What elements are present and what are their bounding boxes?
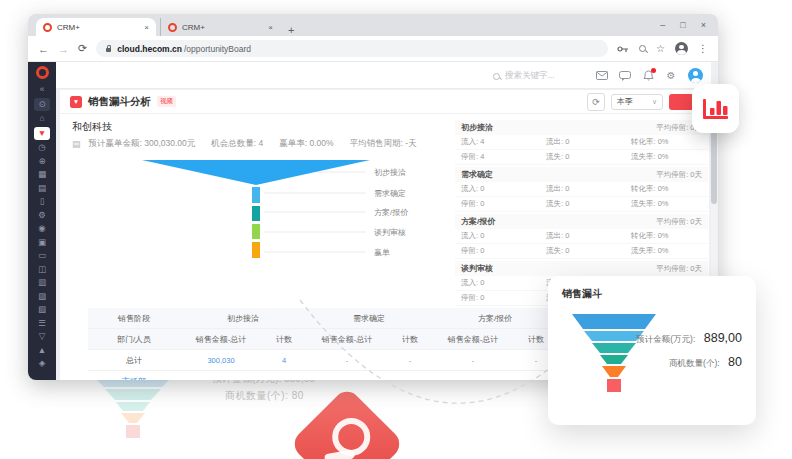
sidebar-item-collapse-icon[interactable]: « bbox=[34, 84, 50, 95]
browser-tab-active[interactable]: CRM+ × bbox=[36, 18, 156, 36]
row-value: - bbox=[432, 371, 514, 381]
sub-column-header: 计数 bbox=[262, 329, 306, 350]
window-minimize-button[interactable]: – bbox=[660, 20, 665, 30]
sidebar-item-calendar-icon[interactable]: ▦ bbox=[34, 169, 50, 180]
background-faded-funnel bbox=[88, 373, 178, 439]
stage-metric: 流出: 0 bbox=[546, 184, 631, 194]
mail-icon[interactable] bbox=[596, 70, 608, 82]
stage-name: 方案/报价 bbox=[461, 216, 495, 227]
page-header: ▼ 销售漏斗分析 视频 ⟳ 本季 ∨ bbox=[60, 90, 709, 114]
count-label: 商机数量(个): bbox=[669, 358, 720, 368]
callout-amount-line: 预计金额(万元): 889,00 bbox=[636, 328, 742, 346]
stage-metric: 流失率: 0% bbox=[631, 199, 716, 209]
bar-chart-icon bbox=[702, 98, 729, 120]
row-name[interactable]: 市场部 bbox=[88, 371, 180, 381]
refresh-button[interactable]: ⟳ bbox=[78, 42, 87, 55]
callout-title: 销售漏斗 bbox=[562, 287, 602, 301]
row-value[interactable]: 4 bbox=[262, 350, 306, 371]
browser-profile-avatar[interactable] bbox=[675, 42, 688, 55]
url-domain: cloud.hecom.cn bbox=[117, 44, 182, 54]
stage-metric: 转化率: 0% bbox=[631, 231, 716, 241]
key-icon[interactable] bbox=[617, 44, 629, 54]
url-path: /opportunityBoard bbox=[184, 44, 251, 54]
stage-stats-section: 需求确定 平均停留: 0天 流入: 0 流出: 0 转化率: 0% 停留: 0 … bbox=[455, 167, 708, 212]
sidebar-item-search-icon[interactable]: ⊙ bbox=[34, 98, 50, 111]
sidebar-item-target-icon[interactable]: ◉ bbox=[34, 223, 50, 234]
chevron-down-icon: ∨ bbox=[652, 98, 657, 106]
sidebar-item-folder-icon[interactable]: ▧ bbox=[34, 304, 50, 315]
sidebar-item-messages-icon[interactable]: ▭ bbox=[34, 250, 50, 261]
address-bar: ← → ⟳ cloud.hecom.cn /opportunityBoard ☆… bbox=[28, 36, 718, 62]
forward-button[interactable]: → bbox=[58, 43, 69, 55]
stage-metric: 流失率: 0% bbox=[631, 152, 716, 162]
sidebar-item-globe-icon[interactable]: ⊕ bbox=[34, 156, 50, 167]
sidebar-item-funnel-analysis-icon[interactable]: ▼ bbox=[34, 127, 50, 140]
sidebar-item-layers-icon[interactable]: ☰ bbox=[34, 318, 50, 329]
bell-icon[interactable] bbox=[642, 70, 654, 82]
marketing-canvas: 预计金额(万元): 889,00 商机数量(个): 80 CRM+ × CRM+… bbox=[0, 0, 792, 459]
refresh-data-button[interactable]: ⟳ bbox=[587, 93, 605, 111]
period-select[interactable]: 本季 ∨ bbox=[611, 94, 663, 110]
chat-icon[interactable] bbox=[619, 70, 631, 82]
stage-group-header: 方案/报价 bbox=[432, 308, 558, 329]
sidebar-item-reports-icon[interactable]: ▣ bbox=[34, 237, 50, 248]
sub-column-header: 计数 bbox=[388, 329, 432, 350]
sidebar-item-products-icon[interactable]: ▤ bbox=[34, 183, 50, 194]
stage-metric: 转化率: 0% bbox=[631, 184, 716, 194]
sidebar-item-database-icon[interactable]: ◈ bbox=[34, 358, 50, 369]
background-count-text: 商机数量(个): 80 bbox=[225, 389, 304, 403]
bookmark-star-icon[interactable]: ☆ bbox=[656, 43, 665, 54]
search-input[interactable]: 搜索关键字... bbox=[493, 70, 555, 82]
callout-count-line: 商机数量(个): 80 bbox=[636, 352, 742, 370]
window-close-button[interactable]: × bbox=[701, 20, 706, 30]
url-field[interactable]: cloud.hecom.cn /opportunityBoard bbox=[96, 40, 608, 57]
tab-title: CRM+ bbox=[182, 23, 263, 32]
column-header-dept: 部门/人员 bbox=[88, 329, 180, 350]
app-sidebar: «⊙⌂▼◷⊕▦▤▯⚙◉▣▭◫▥▨▧☰▽▲◈ bbox=[28, 62, 56, 380]
sidebar-item-briefcase-icon[interactable]: ▨ bbox=[34, 291, 50, 302]
browser-menu-icon[interactable]: ⋮ bbox=[698, 43, 708, 54]
funnel-stage-label: 初步接洽 bbox=[374, 167, 406, 178]
stage-avg-stay: 平均停留: 0天 bbox=[656, 217, 702, 227]
stage-avg-stay: 平均停留: 0天 bbox=[656, 170, 702, 180]
tab-favicon bbox=[43, 23, 52, 32]
row-value: - bbox=[306, 371, 388, 381]
row-value[interactable]: 300,030 bbox=[180, 350, 262, 371]
sidebar-item-monitor-icon[interactable]: ◫ bbox=[34, 264, 50, 275]
sidebar-item-upload-icon[interactable]: ▲ bbox=[34, 345, 50, 356]
stage-name: 谈判审核 bbox=[461, 263, 493, 274]
title-badge: 视频 bbox=[157, 96, 176, 107]
sidebar-item-history-icon[interactable]: ◷ bbox=[34, 142, 50, 153]
sidebar-item-filter-icon[interactable]: ▽ bbox=[34, 331, 50, 342]
stage-group-header: 需求确定 bbox=[306, 308, 432, 329]
sidebar-item-home-icon[interactable]: ⌂ bbox=[34, 113, 50, 124]
tab-close-icon[interactable]: × bbox=[144, 23, 149, 32]
sidebar-item-documents-icon[interactable]: ▯ bbox=[34, 196, 50, 207]
stage-group-header: 初步接洽 bbox=[180, 308, 306, 329]
search-placeholder: 搜索关键字... bbox=[505, 70, 555, 82]
back-button[interactable]: ← bbox=[38, 43, 49, 55]
sidebar-item-settings-icon[interactable]: ⚙ bbox=[34, 210, 50, 221]
hecom-logo bbox=[36, 66, 49, 79]
tab-favicon bbox=[168, 23, 177, 32]
sub-column-header: 销售金额-总计 bbox=[306, 329, 388, 350]
new-tab-button[interactable]: + bbox=[288, 24, 294, 36]
gear-icon[interactable]: ⚙ bbox=[665, 70, 677, 82]
user-avatar[interactable] bbox=[688, 68, 703, 83]
company-name: 和创科技 bbox=[72, 120, 112, 134]
stage-metric: 转化率: 0% bbox=[631, 137, 716, 147]
zoom-search-icon[interactable] bbox=[639, 45, 646, 52]
window-maximize-button[interactable]: □ bbox=[680, 20, 685, 30]
watermark-bar bbox=[324, 449, 355, 459]
stage-metric: 流入: 0 bbox=[461, 278, 546, 288]
sidebar-item-chart-icon[interactable]: ▥ bbox=[34, 277, 50, 288]
chart-icon-card bbox=[692, 84, 739, 133]
tab-close-icon[interactable]: × bbox=[268, 23, 273, 32]
stage-metric: 流入: 0 bbox=[461, 184, 546, 194]
stage-metric: 流失: 0 bbox=[546, 152, 631, 162]
row-value: - bbox=[306, 350, 388, 371]
period-value: 本季 bbox=[617, 96, 633, 107]
funnel-stage-label: 需求确定 bbox=[374, 188, 406, 199]
row-value: - bbox=[388, 371, 432, 381]
browser-tab-inactive[interactable]: CRM+ × bbox=[160, 18, 280, 36]
